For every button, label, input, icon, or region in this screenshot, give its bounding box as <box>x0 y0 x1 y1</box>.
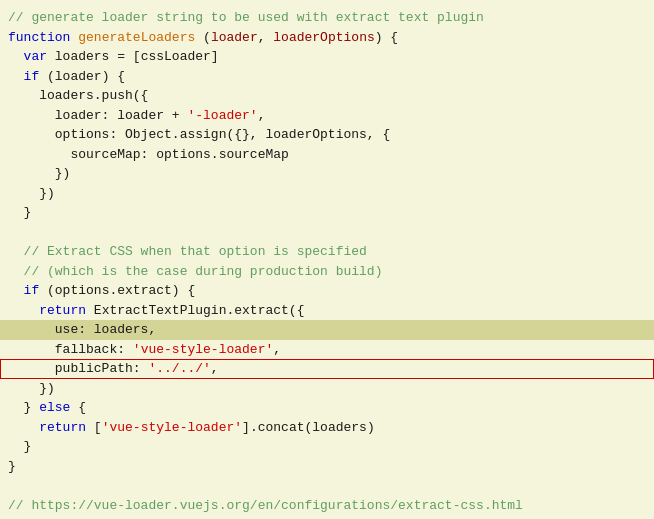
line-5-content: loaders.push({ <box>8 86 646 106</box>
code-line-20: }) <box>0 379 654 399</box>
code-line-26: // https://vue-loader.vuejs.org/en/confi… <box>0 496 654 516</box>
line-21-content: } else { <box>8 398 646 418</box>
line-13-content: // Extract CSS when that option is speci… <box>8 242 646 262</box>
line-27-content: return { <box>8 515 646 519</box>
code-line-27: return { <box>0 515 654 519</box>
code-line-3: var loaders = [cssLoader] <box>0 47 654 67</box>
code-line-18: fallback: 'vue-style-loader', <box>0 340 654 360</box>
code-line-14: // (which is the case during production … <box>0 262 654 282</box>
code-line-1: // generate loader string to be used wit… <box>0 8 654 28</box>
line-3-content: var loaders = [cssLoader] <box>8 47 646 67</box>
code-line-24: } <box>0 457 654 477</box>
line-11-content: } <box>8 203 646 223</box>
code-editor: // generate loader string to be used wit… <box>0 0 654 519</box>
code-line-9: }) <box>0 164 654 184</box>
line-26-content: // https://vue-loader.vuejs.org/en/confi… <box>8 496 646 516</box>
code-line-2: function generateLoaders (loader, loader… <box>0 28 654 48</box>
line-14-content: // (which is the case during production … <box>8 262 646 282</box>
line-19-content: publicPath: '../../', <box>8 359 646 379</box>
line-6-content: loader: loader + '-loader', <box>8 106 646 126</box>
code-line-4: if (loader) { <box>0 67 654 87</box>
line-22-content: return ['vue-style-loader'].concat(loade… <box>8 418 646 438</box>
line-23-content: } <box>8 437 646 457</box>
code-line-10: }) <box>0 184 654 204</box>
line-16-content: return ExtractTextPlugin.extract({ <box>8 301 646 321</box>
line-20-content: }) <box>8 379 646 399</box>
line-10-content: }) <box>8 184 646 204</box>
code-line-6: loader: loader + '-loader', <box>0 106 654 126</box>
line-18-content: fallback: 'vue-style-loader', <box>8 340 646 360</box>
line-15-content: if (options.extract) { <box>8 281 646 301</box>
line-4-content: if (loader) { <box>8 67 646 87</box>
code-line-7: options: Object.assign({}, loaderOptions… <box>0 125 654 145</box>
line-7-content: options: Object.assign({}, loaderOptions… <box>8 125 646 145</box>
code-line-5: loaders.push({ <box>0 86 654 106</box>
line-17-content: use: loaders, <box>8 320 646 340</box>
code-line-8: sourceMap: options.sourceMap <box>0 145 654 165</box>
code-line-16: return ExtractTextPlugin.extract({ <box>0 301 654 321</box>
code-line-22: return ['vue-style-loader'].concat(loade… <box>0 418 654 438</box>
code-line-25 <box>0 476 654 496</box>
line-9-content: }) <box>8 164 646 184</box>
line-8-content: sourceMap: options.sourceMap <box>8 145 646 165</box>
code-line-12 <box>0 223 654 243</box>
code-line-15: if (options.extract) { <box>0 281 654 301</box>
line-25-content <box>8 476 646 496</box>
code-line-23: } <box>0 437 654 457</box>
line-1-content: // generate loader string to be used wit… <box>8 8 646 28</box>
code-line-17: use: loaders, <box>0 320 654 340</box>
code-line-13: // Extract CSS when that option is speci… <box>0 242 654 262</box>
code-line-21: } else { <box>0 398 654 418</box>
line-2-content: function generateLoaders (loader, loader… <box>8 28 646 48</box>
code-line-19: publicPath: '../../', <box>0 359 654 379</box>
line-24-content: } <box>8 457 646 477</box>
line-12-content <box>8 223 646 243</box>
code-line-11: } <box>0 203 654 223</box>
